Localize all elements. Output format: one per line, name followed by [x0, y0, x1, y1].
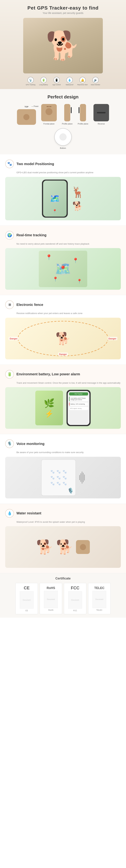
design-view-profile-right: Profile plane: [78, 104, 88, 125]
profile-left-label: Profile plane: [62, 123, 73, 125]
device-bottom-view: [54, 128, 72, 146]
sound-waves: [79, 471, 85, 485]
cert-rohs-icon: RoHS: [47, 586, 55, 590]
design-view-bottom-wrapper: Bottom: [3, 128, 123, 149]
cert-fcc-icon: FCC: [71, 586, 79, 590]
animals-illustration: 🦌 🐕: [71, 186, 84, 211]
two-model-title: Two model Positioning: [16, 162, 54, 166]
battery-title: Environment battery, Low power alarm: [16, 372, 80, 376]
battery-header: 🔋 Environment battery, Low power alarm: [5, 370, 121, 379]
device-top-view: — Power: [17, 109, 36, 125]
battery-visual-block: 🌿 ⚡: [35, 391, 63, 425]
cert-item-telec: TELEC Document TELEC: [88, 583, 111, 614]
frontal-label: Frontal plane: [43, 123, 54, 125]
feature-voice: 🎙️ Voice monitoring Be aware of your pet…: [0, 434, 126, 504]
feature-battery: 🔋 Environment battery, Low power alarm T…: [0, 365, 126, 434]
fence-image-area: 🐕 Danger Danger Danger: [5, 318, 121, 359]
mic-emoji: 🎙️: [67, 488, 74, 494]
hero-icon-label-voice: Voice Monitor: [91, 84, 100, 86]
design-title: Perfect design: [3, 94, 123, 100]
voice-desc: Be aware of your pets surrounding condit…: [16, 451, 121, 454]
hero-icon-alert: 🔔 Real-time Alert: [77, 77, 88, 86]
hero-icon-voice: 🔊 Voice Monitor: [90, 77, 101, 86]
gps-icon: 📡: [28, 77, 34, 83]
two-model-desc: GPS+LBS dual model precise positioning s…: [16, 171, 121, 174]
realtime-header: 🌍 Real-time tracking: [5, 231, 121, 240]
hero-icon-label-gps: GPS Tracking: [26, 84, 36, 86]
cert-telec-icon: TELEC: [94, 586, 104, 590]
front-circle: [45, 108, 52, 115]
battery-image-area: 🌿 ⚡ Pet Tracker Low battery alert! Pleas…: [5, 387, 121, 429]
design-view-top: TOP — Power: [17, 106, 36, 125]
two-model-image-area: 🗺️ 📍 🦌 🐕: [5, 177, 121, 220]
top-paw-circle: [24, 114, 30, 120]
notif-item-1: Low battery alert! Please charge your de…: [69, 397, 88, 401]
deer-emoji: 🦌: [71, 186, 84, 198]
notif-item-3: GPS signal: strong: [69, 407, 88, 410]
fence-desc: Receive notifications when your pet ente…: [16, 312, 121, 315]
notification-phone: Pet Tracker Low battery alert! Please ch…: [67, 390, 91, 426]
device-reverse-view: [93, 104, 109, 121]
battery-desc: Track and movement Strain control. Once …: [16, 381, 121, 385]
dog-water-emoji-1: 🐕: [36, 539, 53, 555]
device-front-view: [41, 104, 57, 121]
realtime-icon: 🌍: [5, 231, 14, 240]
bottom-circle: [59, 133, 67, 141]
cert-telec-label: TELEC: [96, 609, 102, 611]
design-view-front: Frontal plane: [41, 104, 57, 125]
hero-section: Pet GPS Tracker-easy to find Your life a…: [0, 0, 126, 89]
cert-rohs-label: RoHS: [48, 609, 53, 611]
cert-ce-icon: CE: [24, 586, 30, 590]
water-feature-icon: 💧: [5, 509, 14, 518]
fence-header: ⊞ Electronic fence: [5, 300, 121, 309]
two-model-icon: 🐾: [5, 159, 14, 168]
front-dots: [47, 106, 51, 107]
realtime-image-area: 🗺️ 📍 📍 📍 📍 📍: [5, 248, 121, 290]
cert-telec-doc: Document: [92, 591, 106, 608]
battery-icon: 🔋: [41, 77, 47, 83]
fence-icon: ⊞: [5, 300, 14, 309]
feature-realtime: 🌍 Real-time tracking No need to worry ab…: [0, 226, 126, 295]
device-profile-right-view: [80, 104, 86, 121]
hero-icon-gps: 📡 GPS Tracking: [26, 77, 36, 86]
voice-header: 🎙️ Voice monitoring: [5, 439, 121, 448]
hero-subtitle: Your life assistant, pet security guards: [3, 12, 123, 14]
water-title: Water resistant: [16, 511, 41, 515]
voice-hero-icon: 🔊: [92, 77, 99, 83]
power-label: — Power: [32, 105, 39, 107]
certificate-items: CE Document CE RoHS Document RoHS FCC Do…: [3, 583, 123, 614]
hero-icon-label-waterproof: Waterproof: [66, 84, 73, 86]
hero-icon-battery: 🔋 Long Battery: [38, 77, 49, 86]
design-views-row: TOP — Power Frontal plane: [3, 104, 123, 125]
cert-item-ce: CE Document CE: [15, 583, 38, 614]
waterproof-icon: 💧: [67, 77, 73, 83]
hero-icons-row: 📡 GPS Tracking 🔋 Long Battery 📱 App Cont…: [3, 77, 123, 86]
profile-right-label: Profile plane: [78, 123, 88, 125]
feature-water: 💧 Water resistant Waterproof Level: IPX5…: [0, 504, 126, 573]
water-device-visual: [76, 540, 90, 554]
danger-label-bottom: Danger: [58, 352, 68, 356]
two-model-header: 🐾 Two model Positioning: [5, 159, 121, 168]
alert-icon: 🔔: [79, 77, 86, 83]
fence-dog-emoji: 🐕: [55, 332, 71, 346]
cert-rohs-doc: Document: [44, 591, 58, 608]
hero-icon-label-battery: Long Battery: [39, 84, 48, 86]
danger-label-right: Danger: [108, 337, 117, 340]
hero-icon-app: 📱 App Control: [51, 77, 62, 86]
feature-two-model: 🐾 Two model Positioning GPS+LBS dual mod…: [0, 154, 126, 225]
reverse-label: Reverse: [98, 123, 105, 125]
notif-header-bar: Pet Tracker: [69, 392, 88, 396]
hero-icon-label-alert: Real-time Alert: [77, 84, 88, 86]
danger-label-left: Danger: [9, 337, 18, 340]
battery-feature-icon: 🔋: [5, 370, 14, 379]
voice-image-area: 🐾🐾🐾 🐾🐾🐾 🐾🐾🐾 🎙️: [5, 457, 121, 498]
dog-water-emoji-2: 🐕: [56, 539, 73, 555]
cert-ce-label: CE: [25, 610, 28, 612]
realtime-title: Real-time tracking: [16, 233, 46, 237]
device-profile-left-view: [64, 104, 70, 121]
cert-item-rohs: RoHS Document RoHS: [40, 583, 62, 614]
design-view-profile-left: Profile plane: [62, 104, 73, 125]
realtime-desc: No need to worry about pets wandered off…: [16, 242, 121, 246]
cert-fcc-label: FCC: [73, 610, 77, 612]
app-icon: 📱: [53, 77, 60, 83]
